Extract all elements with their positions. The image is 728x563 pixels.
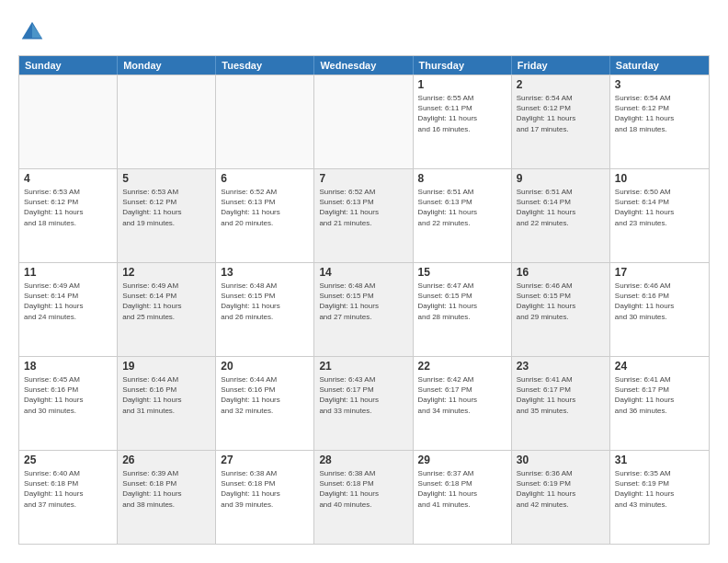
day-number: 19	[122, 360, 210, 373]
day-info: Sunrise: 6:53 AM Sunset: 6:12 PM Dayligh…	[24, 187, 112, 228]
calendar-cell: 14Sunrise: 6:48 AM Sunset: 6:15 PM Dayli…	[314, 263, 413, 356]
day-number: 18	[24, 360, 112, 373]
calendar-cell: 7Sunrise: 6:52 AM Sunset: 6:13 PM Daylig…	[314, 169, 413, 262]
header-day-thursday: Thursday	[414, 56, 512, 75]
day-number: 30	[517, 454, 605, 466]
logo	[18, 18, 50, 46]
calendar-cell: 22Sunrise: 6:42 AM Sunset: 6:17 PM Dayli…	[414, 357, 512, 450]
header	[18, 18, 710, 46]
day-info: Sunrise: 6:54 AM Sunset: 6:12 PM Dayligh…	[517, 93, 605, 134]
day-info: Sunrise: 6:44 AM Sunset: 6:16 PM Dayligh…	[122, 374, 210, 416]
calendar-cell: 5Sunrise: 6:53 AM Sunset: 6:12 PM Daylig…	[118, 169, 216, 262]
calendar-cell: 1Sunrise: 6:55 AM Sunset: 6:11 PM Daylig…	[414, 75, 512, 168]
day-number: 11	[24, 266, 112, 279]
header-day-tuesday: Tuesday	[216, 56, 314, 75]
day-number: 5	[122, 172, 210, 185]
day-info: Sunrise: 6:49 AM Sunset: 6:14 PM Dayligh…	[24, 281, 112, 322]
day-number: 6	[221, 172, 309, 185]
day-number: 9	[517, 172, 605, 185]
calendar-header: SundayMondayTuesdayWednesdayThursdayFrid…	[19, 56, 709, 75]
day-number: 1	[418, 78, 506, 91]
day-info: Sunrise: 6:52 AM Sunset: 6:13 PM Dayligh…	[221, 187, 309, 228]
day-number: 8	[418, 172, 506, 185]
header-day-sunday: Sunday	[19, 56, 118, 75]
calendar-row-2: 11Sunrise: 6:49 AM Sunset: 6:14 PM Dayli…	[19, 262, 709, 356]
calendar-cell: 20Sunrise: 6:44 AM Sunset: 6:16 PM Dayli…	[216, 357, 314, 450]
calendar-row-0: 1Sunrise: 6:55 AM Sunset: 6:11 PM Daylig…	[19, 75, 709, 168]
day-number: 21	[319, 360, 407, 373]
calendar-cell: 2Sunrise: 6:54 AM Sunset: 6:12 PM Daylig…	[512, 75, 610, 168]
day-number: 13	[221, 266, 309, 279]
calendar: SundayMondayTuesdayWednesdayThursdayFrid…	[18, 55, 710, 545]
day-number: 20	[221, 360, 309, 373]
calendar-cell: 24Sunrise: 6:41 AM Sunset: 6:17 PM Dayli…	[610, 357, 709, 450]
day-info: Sunrise: 6:51 AM Sunset: 6:14 PM Dayligh…	[517, 187, 605, 228]
calendar-body: 1Sunrise: 6:55 AM Sunset: 6:11 PM Daylig…	[19, 75, 709, 544]
day-info: Sunrise: 6:35 AM Sunset: 6:19 PM Dayligh…	[615, 468, 704, 510]
calendar-row-3: 18Sunrise: 6:45 AM Sunset: 6:16 PM Dayli…	[19, 356, 709, 450]
page: SundayMondayTuesdayWednesdayThursdayFrid…	[0, 0, 728, 563]
day-info: Sunrise: 6:38 AM Sunset: 6:18 PM Dayligh…	[221, 468, 309, 510]
calendar-cell	[216, 75, 314, 168]
calendar-cell: 17Sunrise: 6:46 AM Sunset: 6:16 PM Dayli…	[610, 263, 709, 356]
day-number: 23	[517, 360, 605, 373]
day-number: 15	[418, 266, 506, 279]
day-info: Sunrise: 6:48 AM Sunset: 6:15 PM Dayligh…	[319, 281, 407, 322]
day-info: Sunrise: 6:37 AM Sunset: 6:18 PM Dayligh…	[418, 468, 506, 510]
day-info: Sunrise: 6:50 AM Sunset: 6:14 PM Dayligh…	[615, 187, 704, 228]
calendar-cell	[19, 75, 118, 168]
calendar-cell: 11Sunrise: 6:49 AM Sunset: 6:14 PM Dayli…	[19, 263, 118, 356]
day-info: Sunrise: 6:48 AM Sunset: 6:15 PM Dayligh…	[221, 281, 309, 322]
calendar-cell: 19Sunrise: 6:44 AM Sunset: 6:16 PM Dayli…	[118, 357, 216, 450]
day-number: 26	[122, 454, 210, 466]
header-day-saturday: Saturday	[610, 56, 709, 75]
day-number: 7	[319, 172, 407, 185]
logo-icon	[18, 18, 46, 46]
day-number: 31	[615, 454, 704, 466]
day-number: 29	[418, 454, 506, 466]
calendar-cell: 18Sunrise: 6:45 AM Sunset: 6:16 PM Dayli…	[19, 357, 118, 450]
day-info: Sunrise: 6:38 AM Sunset: 6:18 PM Dayligh…	[319, 468, 407, 510]
calendar-cell: 3Sunrise: 6:54 AM Sunset: 6:12 PM Daylig…	[610, 75, 709, 168]
day-number: 3	[615, 78, 704, 91]
calendar-row-4: 25Sunrise: 6:40 AM Sunset: 6:18 PM Dayli…	[19, 450, 709, 544]
day-info: Sunrise: 6:43 AM Sunset: 6:17 PM Dayligh…	[319, 374, 407, 416]
day-info: Sunrise: 6:40 AM Sunset: 6:18 PM Dayligh…	[24, 468, 112, 510]
day-info: Sunrise: 6:55 AM Sunset: 6:11 PM Dayligh…	[418, 93, 506, 134]
calendar-cell: 15Sunrise: 6:47 AM Sunset: 6:15 PM Dayli…	[414, 263, 512, 356]
calendar-row-1: 4Sunrise: 6:53 AM Sunset: 6:12 PM Daylig…	[19, 168, 709, 262]
calendar-cell: 12Sunrise: 6:49 AM Sunset: 6:14 PM Dayli…	[118, 263, 216, 356]
day-info: Sunrise: 6:51 AM Sunset: 6:13 PM Dayligh…	[418, 187, 506, 228]
calendar-cell: 21Sunrise: 6:43 AM Sunset: 6:17 PM Dayli…	[314, 357, 413, 450]
calendar-cell: 10Sunrise: 6:50 AM Sunset: 6:14 PM Dayli…	[610, 169, 709, 262]
header-day-monday: Monday	[118, 56, 216, 75]
calendar-cell: 23Sunrise: 6:41 AM Sunset: 6:17 PM Dayli…	[512, 357, 610, 450]
day-info: Sunrise: 6:53 AM Sunset: 6:12 PM Dayligh…	[122, 187, 210, 228]
day-number: 17	[615, 266, 704, 279]
calendar-cell: 31Sunrise: 6:35 AM Sunset: 6:19 PM Dayli…	[610, 451, 709, 544]
day-number: 22	[418, 360, 506, 373]
calendar-cell: 26Sunrise: 6:39 AM Sunset: 6:18 PM Dayli…	[118, 451, 216, 544]
header-day-wednesday: Wednesday	[314, 56, 413, 75]
day-number: 27	[221, 454, 309, 466]
day-info: Sunrise: 6:45 AM Sunset: 6:16 PM Dayligh…	[24, 374, 112, 416]
day-number: 28	[319, 454, 407, 466]
calendar-cell	[314, 75, 413, 168]
day-number: 16	[517, 266, 605, 279]
day-number: 24	[615, 360, 704, 373]
day-number: 14	[319, 266, 407, 279]
day-info: Sunrise: 6:44 AM Sunset: 6:16 PM Dayligh…	[221, 374, 309, 416]
day-info: Sunrise: 6:52 AM Sunset: 6:13 PM Dayligh…	[319, 187, 407, 228]
calendar-cell: 9Sunrise: 6:51 AM Sunset: 6:14 PM Daylig…	[512, 169, 610, 262]
calendar-cell: 29Sunrise: 6:37 AM Sunset: 6:18 PM Dayli…	[414, 451, 512, 544]
day-info: Sunrise: 6:39 AM Sunset: 6:18 PM Dayligh…	[122, 468, 210, 510]
calendar-cell: 13Sunrise: 6:48 AM Sunset: 6:15 PM Dayli…	[216, 263, 314, 356]
calendar-cell: 4Sunrise: 6:53 AM Sunset: 6:12 PM Daylig…	[19, 169, 118, 262]
day-number: 2	[517, 78, 605, 91]
calendar-cell: 16Sunrise: 6:46 AM Sunset: 6:15 PM Dayli…	[512, 263, 610, 356]
day-info: Sunrise: 6:46 AM Sunset: 6:16 PM Dayligh…	[615, 281, 704, 322]
day-info: Sunrise: 6:41 AM Sunset: 6:17 PM Dayligh…	[517, 374, 605, 416]
calendar-cell: 25Sunrise: 6:40 AM Sunset: 6:18 PM Dayli…	[19, 451, 118, 544]
calendar-cell	[118, 75, 216, 168]
calendar-cell: 6Sunrise: 6:52 AM Sunset: 6:13 PM Daylig…	[216, 169, 314, 262]
